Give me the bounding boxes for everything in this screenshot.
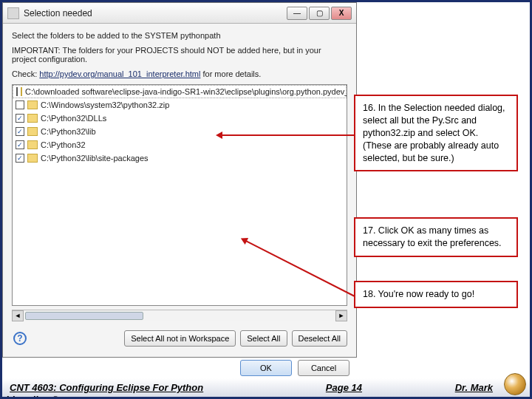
slide-footer: CNT 4603: Configuring Eclipse For Python… [2, 378, 530, 397]
list-item[interactable]: C:\Python32 [13, 138, 347, 151]
list-item-label: C:\Python32 [41, 140, 86, 149]
list-item[interactable]: C:\downloaded software\eclipse-java-indi… [13, 85, 347, 98]
callout-step-18: 18. You're now ready to go! [354, 281, 518, 308]
dialog-icon [7, 7, 19, 19]
checkbox-icon[interactable] [16, 140, 24, 149]
list-item-label: C:\Windows\system32\python32.zip [41, 100, 169, 109]
minimize-button[interactable]: — [287, 7, 307, 20]
list-item-label: C:\downloaded software\eclipse-java-indi… [25, 87, 347, 96]
ucf-logo [504, 373, 526, 395]
callout-arrow [218, 134, 354, 136]
list-item[interactable]: C:\Python32\lib\site-packages [13, 151, 347, 165]
folder-icon [27, 127, 38, 136]
dialog-title: Selection needed [24, 8, 287, 18]
checkbox-icon[interactable] [16, 87, 18, 96]
list-item-label: C:\Python32\lib\site-packages [41, 154, 149, 163]
check-link[interactable]: http://pydev.org/manual_101_interpreter.… [39, 69, 200, 78]
scroll-left-icon[interactable]: ◄ [12, 310, 24, 321]
intro-text: Select the folders to be added to the SY… [12, 31, 347, 40]
footer-cutoff-text: Llewellyn © [6, 394, 59, 399]
folder-icon [27, 114, 38, 123]
selection-needed-dialog: Selection needed — ▢ X Select the folder… [2, 2, 357, 358]
callout-step-16: 16. In the Selection needed dialog, sele… [354, 95, 518, 171]
folder-listbox[interactable]: C:\downloaded software\eclipse-java-indi… [12, 84, 347, 306]
folder-icon [27, 154, 38, 163]
folder-icon [27, 140, 38, 149]
deselect-all-button[interactable]: Deselect All [292, 330, 347, 347]
horizontal-scrollbar[interactable]: ◄ ► [12, 310, 347, 321]
help-icon[interactable]: ? [13, 332, 27, 345]
footer-course-title: CNT 4603: Configuring Eclipse For Python [10, 382, 203, 393]
ok-button[interactable]: OK [240, 360, 292, 376]
maximize-button[interactable]: ▢ [309, 7, 330, 20]
check-text: Check: http://pydev.org/manual_101_inter… [12, 69, 347, 78]
dialog-titlebar[interactable]: Selection needed — ▢ X [3, 3, 356, 24]
scroll-track[interactable] [24, 310, 335, 321]
checkbox-icon[interactable] [16, 154, 24, 163]
folder-icon [27, 100, 38, 109]
footer-author: Dr. Mark [455, 382, 493, 393]
footer-page-number: Page 14 [233, 382, 454, 393]
list-item[interactable]: C:\Python32\lib [13, 125, 347, 138]
close-button[interactable]: X [331, 7, 352, 20]
select-all-not-ws-button[interactable]: Select All not in Workspace [124, 330, 236, 347]
scroll-thumb[interactable] [25, 312, 143, 320]
callout-step-17: 17. Click OK as many times as necessary … [354, 217, 518, 257]
select-all-button[interactable]: Select All [240, 330, 287, 347]
checkbox-icon[interactable] [16, 100, 24, 109]
scroll-right-icon[interactable]: ► [335, 310, 347, 321]
important-text: IMPORTANT: The folders for your PROJECTS… [12, 46, 347, 64]
checkbox-icon[interactable] [16, 127, 24, 136]
list-item-label: C:\Python32\lib [41, 127, 96, 136]
folder-icon [21, 87, 22, 96]
list-item-label: C:\Python32\DLLs [41, 114, 106, 123]
list-item[interactable]: C:\Python32\DLLs [13, 112, 347, 125]
list-item[interactable]: C:\Windows\system32\python32.zip [13, 98, 347, 112]
cancel-button[interactable]: Cancel [298, 360, 349, 376]
checkbox-icon[interactable] [16, 114, 24, 123]
